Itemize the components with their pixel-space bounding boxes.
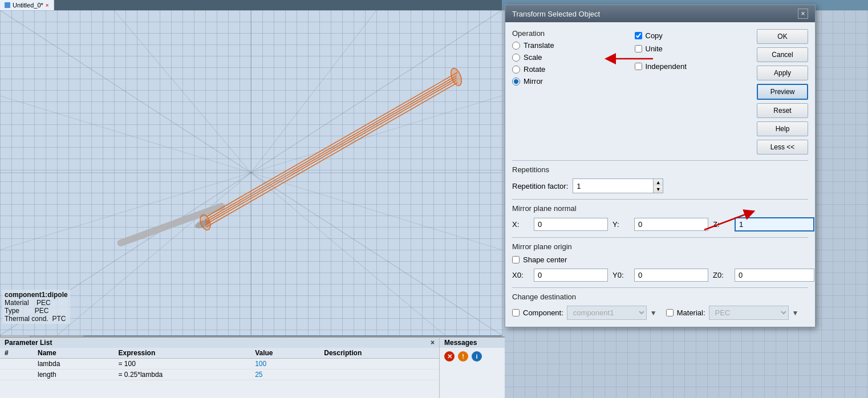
messages-panel: Messages ✕ ! i <box>439 336 505 398</box>
parameter-list-panel: Parameter List × # Name Expression Value… <box>0 336 439 398</box>
col-expr: Expression <box>114 348 251 359</box>
dialog-titlebar: Transform Selected Object × <box>505 5 815 22</box>
ok-button[interactable]: OK <box>757 29 808 44</box>
copy-label: Copy <box>646 31 663 40</box>
info-icon[interactable]: i <box>472 351 482 362</box>
copy-checkbox-item[interactable]: Copy <box>635 31 751 40</box>
dialog-body: Operation Translate Scale Rotate Mirror <box>505 22 815 327</box>
mirror-normal-label: Mirror plane normal <box>512 204 808 213</box>
component-select[interactable]: component1 <box>567 306 647 320</box>
mirror-y-input[interactable] <box>634 218 708 231</box>
copy-checkbox[interactable] <box>635 32 642 39</box>
change-destination-section: Change destination Component: component1… <box>512 293 808 320</box>
table-row: lambda = 100 100 <box>0 359 439 369</box>
mirror-x-input[interactable] <box>534 218 608 231</box>
error-icon[interactable]: ✕ <box>444 351 455 362</box>
rotate-radio[interactable] <box>512 66 520 74</box>
material-select[interactable]: PEC <box>709 306 789 320</box>
thermal-label: Thermal cond. <box>5 315 48 323</box>
grid-icon <box>5 2 10 8</box>
translate-radio[interactable] <box>512 42 520 50</box>
mirror-origin-label: Mirror plane origin <box>512 242 808 251</box>
component-name: component1:dipole <box>5 291 68 299</box>
independent-checkbox-item[interactable]: Independent <box>635 62 751 71</box>
rep-factor-spinbox[interactable]: ▲ ▼ <box>573 178 663 193</box>
col-value: Value <box>250 348 319 359</box>
x0-label: X0: <box>512 271 529 279</box>
param-list-close[interactable]: × <box>431 339 435 347</box>
svg-line-8 <box>114 10 251 173</box>
action-buttons: OK Cancel Apply Preview Reset Help Less … <box>757 29 808 155</box>
radio-mirror[interactable]: Mirror <box>512 77 628 86</box>
preview-button[interactable]: Preview <box>757 84 808 100</box>
svg-line-20 <box>205 80 456 225</box>
rep-factor-input[interactable] <box>573 179 653 193</box>
operation-label: Operation <box>512 29 628 38</box>
row2-desc <box>319 369 439 380</box>
tab-bar: Untitled_0* × <box>0 0 502 10</box>
spinbox-down[interactable]: ▼ <box>654 186 663 193</box>
separator-3 <box>512 237 808 238</box>
radio-translate[interactable]: Translate <box>512 41 628 50</box>
independent-checkbox[interactable] <box>635 63 642 70</box>
type-label: Type <box>5 307 19 315</box>
row2-expr: = 0.25*lambda <box>114 369 251 380</box>
material-dest-checkbox[interactable] <box>666 309 674 316</box>
row1-name: lambda <box>33 359 114 369</box>
spinbox-up[interactable]: ▲ <box>654 179 663 186</box>
z0-input[interactable] <box>735 269 814 282</box>
shape-center-item[interactable]: Shape center <box>512 255 808 264</box>
unite-checkbox[interactable] <box>635 45 642 52</box>
y0-input[interactable] <box>634 269 708 282</box>
table-row: length = 0.25*lambda 25 <box>0 369 439 380</box>
top-row: Operation Translate Scale Rotate Mirror <box>512 29 808 155</box>
svg-line-1 <box>251 10 502 173</box>
svg-line-19 <box>205 78 456 222</box>
shape-center-checkbox[interactable] <box>512 256 520 263</box>
type-info: Type PEC <box>5 307 68 315</box>
apply-button[interactable]: Apply <box>757 66 808 80</box>
help-button[interactable]: Help <box>757 121 808 136</box>
unite-checkbox-item[interactable]: Unite <box>635 44 751 53</box>
separator-1 <box>512 160 808 161</box>
dialog-title: Transform Selected Object <box>512 10 600 18</box>
mirror-radio[interactable] <box>512 78 520 86</box>
rep-factor-label: Repetition factor: <box>512 182 568 190</box>
row2-name: length <box>33 369 114 380</box>
x0-input[interactable] <box>534 269 608 282</box>
warning-icon[interactable]: ! <box>458 351 468 362</box>
operation-group: Operation Translate Scale Rotate Mirror <box>512 29 628 155</box>
scale-radio[interactable] <box>512 54 520 62</box>
svg-line-3 <box>251 173 502 335</box>
radio-scale[interactable]: Scale <box>512 53 628 62</box>
material-label: Material <box>5 299 29 307</box>
untitled-tab[interactable]: Untitled_0* × <box>0 0 54 10</box>
svg-line-15 <box>251 173 502 250</box>
component-checkbox[interactable] <box>512 309 520 316</box>
reset-button[interactable]: Reset <box>757 103 808 118</box>
svg-line-12 <box>0 96 251 173</box>
shape-center-label: Shape center <box>523 255 567 264</box>
row2-num <box>0 369 33 380</box>
copy-unite-group: Copy Unite Independent <box>635 29 751 155</box>
cancel-button[interactable]: Cancel <box>757 47 808 62</box>
row1-expr: = 100 <box>114 359 251 369</box>
svg-point-23 <box>449 67 464 87</box>
row2-value: 25 <box>250 369 319 380</box>
main-viewport[interactable]: component1:dipole Material PEC Type PEC … <box>0 10 502 335</box>
tab-close-btn[interactable]: × <box>46 2 49 9</box>
separator-4 <box>512 287 808 288</box>
unite-label: Unite <box>646 44 663 53</box>
independent-label: Independent <box>646 62 687 71</box>
messages-title: Messages <box>440 338 505 348</box>
svg-line-11 <box>251 173 445 335</box>
radio-rotate[interactable]: Rotate <box>512 65 628 74</box>
svg-line-22 <box>206 83 457 227</box>
dialog-close-button[interactable]: × <box>798 9 808 19</box>
mirror-z-input[interactable] <box>735 217 814 232</box>
rotate-label: Rotate <box>524 65 545 74</box>
less-button[interactable]: Less << <box>757 140 808 155</box>
mirror-label: Mirror <box>524 77 543 86</box>
svg-line-18 <box>205 76 456 220</box>
component-dest-group: Component: component1 ▼ <box>512 306 657 320</box>
